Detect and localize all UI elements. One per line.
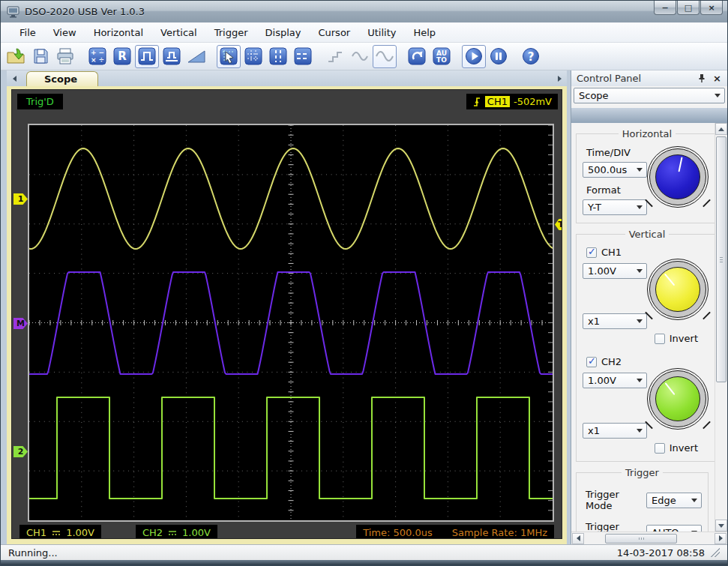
print-button[interactable] bbox=[53, 45, 77, 68]
ch1-zero-marker[interactable]: 1 bbox=[13, 193, 28, 205]
horizontal-cursors-button[interactable] bbox=[291, 45, 315, 68]
maximize-button[interactable]: □ bbox=[677, 1, 700, 15]
scope-panel: Trig'D CH1 -502mV 1 bbox=[11, 89, 562, 539]
tab-scroll-left-button[interactable] bbox=[9, 73, 20, 85]
menu-view[interactable]: View bbox=[45, 24, 85, 41]
trigger-level-marker[interactable]: T bbox=[555, 219, 562, 230]
ch2-position-knob[interactable] bbox=[647, 368, 709, 430]
pin-button[interactable] bbox=[695, 73, 708, 85]
help-button[interactable]: ? bbox=[519, 45, 543, 68]
sine-wave-button-disabled[interactable] bbox=[373, 45, 397, 68]
format-select[interactable]: Y-T bbox=[583, 199, 647, 215]
tab-scope[interactable]: Scope bbox=[26, 71, 98, 86]
ch1-position-knob[interactable] bbox=[647, 259, 709, 320]
run-button[interactable] bbox=[462, 45, 486, 68]
dc-coupling-icon bbox=[168, 529, 177, 536]
reference-button[interactable]: R bbox=[110, 45, 134, 68]
open-button[interactable] bbox=[4, 45, 28, 68]
menu-trigger[interactable]: Trigger bbox=[206, 24, 256, 41]
ch1-readout-scale: 1.00V bbox=[66, 527, 94, 538]
horizontal-scroll-thumb[interactable] bbox=[605, 534, 677, 544]
trigger-sweep-select[interactable]: AUTO bbox=[646, 525, 702, 532]
cursor-arrow-button[interactable] bbox=[217, 45, 241, 68]
math-icon: + − × ÷ bbox=[88, 47, 106, 65]
ch1-enable-label: CH1 bbox=[601, 247, 622, 258]
right-marker-strip: T bbox=[554, 124, 562, 522]
trigger-mode-row: Trigger Mode Edge bbox=[583, 489, 702, 511]
ch1-probe-value: x1 bbox=[588, 316, 600, 327]
menu-horizontal[interactable]: Horizontal bbox=[85, 24, 151, 41]
ch1-scale-select[interactable]: 1.00V bbox=[583, 263, 647, 279]
horizontal-position-knob[interactable] bbox=[647, 146, 709, 208]
vertical-scroll-track[interactable] bbox=[715, 135, 727, 520]
pulse-baseline-button[interactable] bbox=[160, 45, 184, 68]
math-button[interactable]: + − × ÷ bbox=[85, 45, 109, 68]
scope-top-bar: Trig'D CH1 -502mV bbox=[14, 91, 559, 111]
scroll-down-button[interactable] bbox=[715, 520, 727, 532]
vertical-cursors-button[interactable] bbox=[266, 45, 290, 68]
trigger-mode-select[interactable]: Edge bbox=[646, 493, 702, 508]
grid-button[interactable] bbox=[241, 45, 265, 68]
ramp-button[interactable] bbox=[184, 45, 208, 68]
scroll-up-button[interactable] bbox=[715, 123, 727, 135]
scope-footer-bar: CH1 1.00V CH2 bbox=[12, 524, 562, 539]
toolbar-group-channels: + − × ÷ R bbox=[85, 45, 208, 68]
step-wave-button-disabled[interactable] bbox=[323, 45, 347, 68]
time-div-select[interactable]: 500.0us bbox=[583, 162, 647, 178]
app-window: DSO-2020 USB Ver 1.0.3 − □ × File View H… bbox=[0, 0, 728, 566]
ch2-scale-select[interactable]: 1.00V bbox=[583, 373, 647, 388]
refresh-button[interactable] bbox=[405, 45, 429, 68]
scroll-left-button[interactable] bbox=[572, 533, 584, 544]
ch1-invert-row: Invert bbox=[655, 333, 698, 344]
pause-button[interactable] bbox=[487, 45, 511, 68]
status-bar: Running... 14-03-2017 08:58 bbox=[1, 544, 727, 560]
ch2-invert-checkbox[interactable] bbox=[655, 443, 665, 454]
menu-vertical[interactable]: Vertical bbox=[152, 24, 205, 41]
arrow-up-icon bbox=[718, 127, 724, 131]
ch2-readout-label: CH2 bbox=[142, 527, 163, 538]
horizontal-scroll-track[interactable] bbox=[584, 533, 715, 544]
chevron-down-icon bbox=[688, 493, 701, 508]
chevron-right-icon bbox=[558, 76, 562, 82]
menu-display[interactable]: Display bbox=[257, 24, 310, 41]
math-zero-marker[interactable]: M bbox=[13, 318, 28, 329]
pushpin-icon bbox=[698, 73, 706, 83]
ch2-probe-select[interactable]: x1 bbox=[583, 423, 647, 439]
ch2-scale-value: 1.00V bbox=[588, 375, 616, 386]
chevron-down-icon bbox=[633, 264, 646, 278]
minimize-button[interactable]: − bbox=[654, 1, 676, 15]
ch2-zero-marker[interactable]: 2 bbox=[13, 446, 28, 457]
help-icon: ? bbox=[522, 47, 540, 65]
vertical-scrollbar bbox=[715, 123, 727, 532]
trigger-edge-icon bbox=[472, 96, 481, 107]
chevron-left-icon bbox=[13, 76, 16, 82]
ch1-enable-checkbox[interactable] bbox=[586, 247, 597, 258]
ch1-invert-checkbox[interactable] bbox=[655, 334, 665, 344]
trigger-sweep-label: Trigger Sweep bbox=[586, 521, 646, 532]
menu-file[interactable]: File bbox=[11, 24, 44, 41]
ch1-readout-label: CH1 bbox=[26, 527, 46, 538]
scroll-right-button[interactable] bbox=[715, 533, 727, 544]
panel-close-button[interactable]: × bbox=[711, 73, 724, 85]
panel-mode-select[interactable]: Scope bbox=[574, 88, 725, 103]
close-button[interactable]: × bbox=[700, 1, 723, 15]
ch1-probe-select[interactable]: x1 bbox=[583, 313, 647, 329]
auto-setup-button[interactable]: AU TO bbox=[430, 45, 454, 68]
dc-coupling-icon bbox=[52, 529, 61, 536]
curve-wave-button-disabled[interactable] bbox=[348, 45, 372, 68]
resize-grip[interactable] bbox=[711, 548, 720, 557]
save-button[interactable] bbox=[28, 45, 52, 68]
vertical-group-title: Vertical bbox=[625, 229, 670, 240]
menu-cursor[interactable]: Cursor bbox=[310, 24, 358, 41]
window-controls: − □ × bbox=[653, 1, 723, 15]
arrow-down-icon bbox=[718, 524, 724, 528]
menu-utility[interactable]: Utility bbox=[359, 24, 404, 41]
ch2-enable-checkbox[interactable] bbox=[586, 357, 597, 367]
pulse-button[interactable] bbox=[135, 45, 159, 68]
vertical-scroll-thumb[interactable] bbox=[716, 136, 727, 382]
knob-face bbox=[655, 154, 700, 199]
vertical-cursors-icon bbox=[269, 47, 287, 65]
arrow-left-icon bbox=[577, 535, 580, 541]
tab-scroll-right-button[interactable] bbox=[554, 73, 565, 85]
menu-help[interactable]: Help bbox=[405, 24, 444, 41]
